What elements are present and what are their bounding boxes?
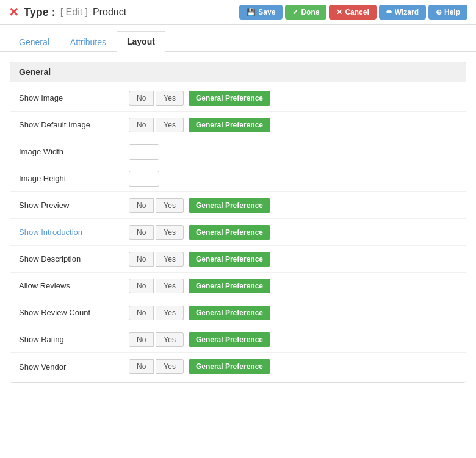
pref-button-show-description[interactable]: General Preference — [189, 252, 270, 267]
label-show-image: Show Image — [19, 93, 129, 102]
page-title: ✕ Type : [ Edit ] Product — [9, 5, 126, 20]
label-show-description: Show Description — [19, 254, 129, 263]
save-icon: 💾 — [247, 8, 256, 16]
no-button-allow-reviews[interactable]: No — [129, 279, 154, 293]
row-show-preview: Show Preview No Yes General Preference — [10, 192, 466, 219]
title-edit: [ Edit ] — [60, 7, 88, 18]
no-button-show-rating[interactable]: No — [129, 332, 154, 347]
no-button-show-default-image[interactable]: No — [129, 118, 154, 132]
yes-button-show-preview[interactable]: Yes — [156, 198, 184, 213]
pref-button-show-preview[interactable]: General Preference — [189, 198, 270, 213]
controls-show-default-image: No Yes General Preference — [129, 118, 270, 132]
pref-button-show-default-image[interactable]: General Preference — [189, 118, 270, 132]
yes-button-show-introduction[interactable]: Yes — [156, 225, 184, 240]
general-section: General Show Image No Yes General Prefer… — [10, 62, 466, 383]
controls-show-description: No Yes General Preference — [129, 252, 270, 267]
tab-attributes[interactable]: Attributes — [60, 32, 117, 52]
pref-button-show-vendor[interactable]: General Preference — [189, 359, 270, 374]
controls-image-width — [129, 144, 159, 160]
label-show-review-count: Show Review Count — [19, 308, 129, 317]
label-show-vendor: Show Vendor — [19, 362, 129, 371]
check-icon: ✓ — [292, 8, 298, 16]
content-area: General Show Image No Yes General Prefer… — [0, 52, 476, 393]
label-image-width: Image Width — [19, 147, 129, 156]
controls-show-vendor: No Yes General Preference — [129, 359, 270, 374]
row-show-review-count: Show Review Count No Yes General Prefere… — [10, 299, 466, 326]
title-product: Product — [93, 7, 126, 18]
section-title: General — [10, 62, 466, 82]
save-button[interactable]: 💾 Save — [239, 5, 283, 20]
controls-show-rating: No Yes General Preference — [129, 332, 270, 347]
tab-layout[interactable]: Layout — [117, 31, 165, 52]
row-show-rating: Show Rating No Yes General Preference — [10, 326, 466, 353]
pref-button-show-introduction[interactable]: General Preference — [189, 225, 270, 240]
header: ✕ Type : [ Edit ] Product 💾 Save ✓ Done … — [0, 0, 476, 25]
help-icon: ⊕ — [436, 8, 442, 16]
pref-button-show-rating[interactable]: General Preference — [189, 332, 270, 347]
wizard-button[interactable]: ✏ Wizard — [379, 5, 426, 20]
no-button-show-review-count[interactable]: No — [129, 306, 154, 320]
tab-general[interactable]: General — [9, 32, 60, 52]
yes-button-show-image[interactable]: Yes — [156, 91, 184, 106]
label-image-height: Image Height — [19, 174, 129, 183]
yes-button-show-vendor[interactable]: Yes — [156, 359, 184, 374]
controls-show-introduction: No Yes General Preference — [129, 225, 270, 240]
label-show-rating: Show Rating — [19, 335, 129, 344]
no-button-show-description[interactable]: No — [129, 252, 154, 267]
pref-button-show-review-count[interactable]: General Preference — [189, 306, 270, 320]
yes-button-show-default-image[interactable]: Yes — [156, 118, 184, 132]
row-show-vendor: Show Vendor No Yes General Preference — [10, 353, 466, 380]
tab-bar: General Attributes Layout — [0, 25, 476, 52]
header-buttons: 💾 Save ✓ Done ✕ Cancel ✏ Wizard ⊕ Help — [239, 5, 467, 20]
row-image-height: Image Height — [10, 165, 466, 192]
row-show-default-image: Show Default Image No Yes General Prefer… — [10, 112, 466, 138]
done-button[interactable]: ✓ Done — [285, 5, 326, 20]
row-show-image: Show Image No Yes General Preference — [10, 85, 466, 112]
cancel-icon: ✕ — [336, 8, 342, 16]
yes-button-show-review-count[interactable]: Yes — [156, 306, 184, 320]
label-show-default-image: Show Default Image — [19, 120, 129, 129]
controls-image-height — [129, 171, 159, 187]
wizard-icon: ✏ — [386, 8, 392, 16]
row-image-width: Image Width — [10, 138, 466, 165]
yes-button-show-rating[interactable]: Yes — [156, 332, 184, 347]
yes-button-show-description[interactable]: Yes — [156, 252, 184, 267]
pref-button-allow-reviews[interactable]: General Preference — [189, 279, 270, 293]
row-allow-reviews: Allow Reviews No Yes General Preference — [10, 273, 466, 299]
controls-show-review-count: No Yes General Preference — [129, 306, 270, 320]
pref-button-show-image[interactable]: General Preference — [189, 91, 270, 106]
input-image-height[interactable] — [129, 171, 159, 187]
controls-show-image: No Yes General Preference — [129, 91, 270, 106]
x-icon: ✕ — [9, 5, 19, 20]
no-button-show-image[interactable]: No — [129, 91, 154, 106]
label-show-preview: Show Preview — [19, 201, 129, 210]
label-show-introduction: Show Introduction — [19, 227, 129, 237]
help-button[interactable]: ⊕ Help — [428, 5, 467, 20]
no-button-show-vendor[interactable]: No — [129, 359, 154, 374]
title-type: Type : — [24, 6, 56, 19]
row-show-introduction: Show Introduction No Yes General Prefere… — [10, 219, 466, 246]
section-body: Show Image No Yes General Preference Sho… — [10, 82, 466, 382]
no-button-show-introduction[interactable]: No — [129, 225, 154, 240]
no-button-show-preview[interactable]: No — [129, 198, 154, 213]
label-allow-reviews: Allow Reviews — [19, 281, 129, 290]
input-image-width[interactable] — [129, 144, 159, 160]
cancel-button[interactable]: ✕ Cancel — [329, 5, 376, 20]
yes-button-allow-reviews[interactable]: Yes — [156, 279, 184, 293]
row-show-description: Show Description No Yes General Preferen… — [10, 246, 466, 273]
controls-show-preview: No Yes General Preference — [129, 198, 270, 213]
controls-allow-reviews: No Yes General Preference — [129, 279, 270, 293]
